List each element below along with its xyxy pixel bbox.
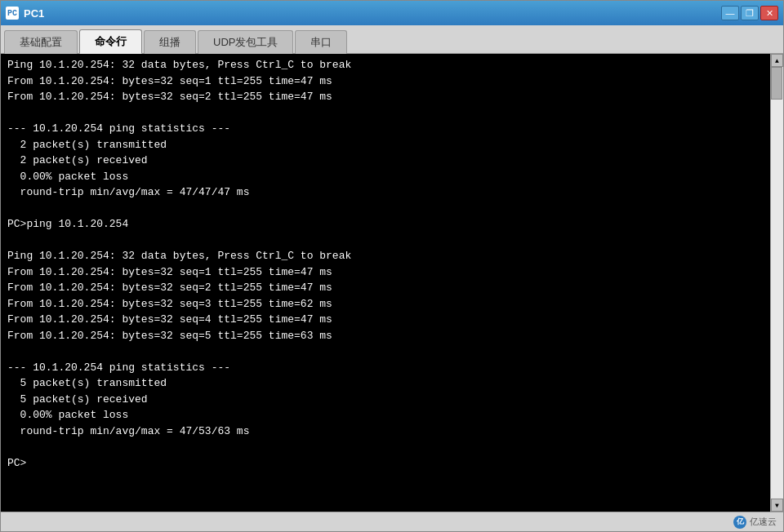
- close-button[interactable]: ✕: [760, 6, 778, 20]
- window-icon: PC: [6, 7, 19, 20]
- terminal-output[interactable]: Ping 10.1.20.254: 32 data bytes, Press C…: [1, 54, 770, 512]
- tab-serial[interactable]: 串口: [295, 30, 347, 54]
- scrollbar-track[interactable]: [771, 67, 783, 499]
- restore-button[interactable]: ❐: [741, 6, 759, 20]
- status-logo: 亿 亿速云: [733, 516, 777, 529]
- main-content: Ping 10.1.20.254: 32 data bytes, Press C…: [1, 54, 783, 512]
- logo-text: 亿速云: [750, 516, 777, 528]
- tab-multicast[interactable]: 组播: [144, 30, 196, 54]
- tab-bar: 基础配置 命令行 组播 UDP发包工具 串口: [1, 25, 783, 54]
- title-bar-left: PC PC1: [6, 7, 44, 20]
- minimize-button[interactable]: —: [721, 6, 739, 20]
- tab-basic-config[interactable]: 基础配置: [4, 30, 78, 54]
- logo-icon: 亿: [733, 516, 746, 529]
- tab-command-line[interactable]: 命令行: [79, 29, 142, 54]
- main-window: PC PC1 — ❐ ✕ 基础配置 命令行 组播 UDP发包工具 串口 Ping…: [0, 0, 784, 532]
- scroll-down-button[interactable]: ▼: [771, 499, 783, 512]
- scrollbar-thumb[interactable]: [771, 67, 782, 100]
- tab-udp-tool[interactable]: UDP发包工具: [198, 30, 293, 54]
- status-bar: 亿 亿速云: [1, 512, 783, 531]
- title-bar: PC PC1 — ❐ ✕: [1, 1, 783, 25]
- window-controls: — ❐ ✕: [721, 6, 778, 20]
- window-title: PC1: [24, 7, 44, 20]
- scroll-up-button[interactable]: ▲: [771, 54, 783, 67]
- scrollbar[interactable]: ▲ ▼: [770, 54, 783, 512]
